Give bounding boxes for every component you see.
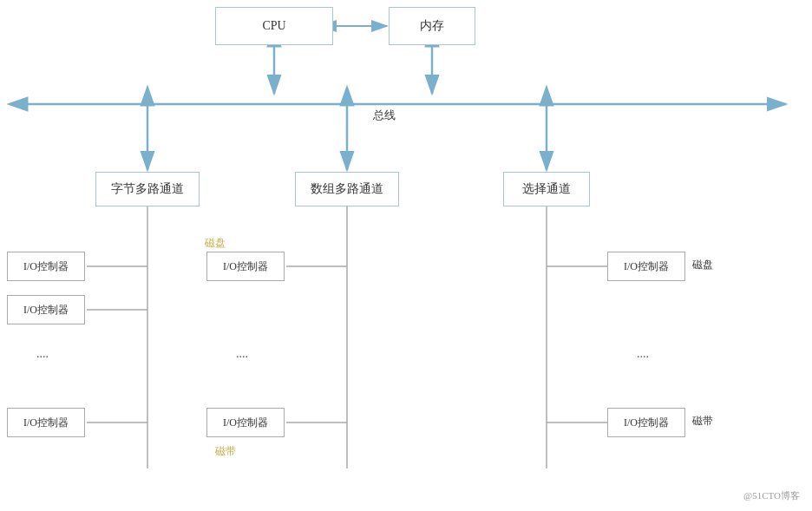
channel2-label: 数组多路通道 bbox=[311, 181, 383, 197]
io-right-2: I/O控制器 bbox=[607, 408, 685, 437]
channel3-label: 选择通道 bbox=[522, 181, 571, 197]
io-left-1: I/O控制器 bbox=[7, 252, 85, 281]
tape-label-right: 磁带 bbox=[692, 414, 713, 429]
channel2-box: 数组多路通道 bbox=[295, 172, 399, 206]
bus-label: 总线 bbox=[373, 108, 396, 123]
dots-mid: .... bbox=[236, 347, 248, 361]
memory-box: 内存 bbox=[389, 7, 475, 45]
io-left-2: I/O控制器 bbox=[7, 295, 85, 324]
dots-left: .... bbox=[36, 347, 49, 361]
channel3-box: 选择通道 bbox=[503, 172, 590, 206]
io-right-1: I/O控制器 bbox=[607, 252, 685, 281]
io-mid-2: I/O控制器 bbox=[206, 408, 285, 437]
cpu-box: CPU bbox=[215, 7, 333, 45]
io-mid-1: I/O控制器 bbox=[206, 252, 285, 281]
diagram-arrows bbox=[0, 0, 812, 511]
watermark: @51CTO博客 bbox=[743, 489, 800, 502]
memory-label: 内存 bbox=[420, 18, 444, 34]
channel1-box: 字节多路通道 bbox=[95, 172, 200, 206]
channel1-label: 字节多路通道 bbox=[111, 181, 184, 197]
tape-label-middle: 磁带 bbox=[215, 444, 236, 459]
diagram: CPU 内存 总线 字节多路通道 数组多路通道 选择通道 I/O控制器 I/O控… bbox=[0, 0, 812, 511]
disk-label-right: 磁盘 bbox=[692, 258, 713, 272]
cpu-label: CPU bbox=[262, 19, 285, 33]
disk-label-middle: 磁盘 bbox=[205, 236, 226, 251]
dots-right: .... bbox=[637, 347, 649, 361]
io-left-3: I/O控制器 bbox=[7, 408, 85, 437]
